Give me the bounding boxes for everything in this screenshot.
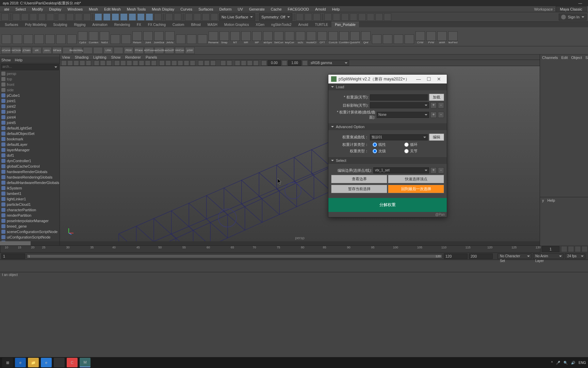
vp-tool-icon[interactable] — [127, 60, 132, 66]
play-back-key-icon[interactable] — [575, 246, 581, 252]
shelf-button[interactable]: ConMirror — [339, 29, 349, 44]
outliner-search-input[interactable]: arch... — [1, 64, 59, 70]
shelf-button[interactable] — [393, 29, 404, 44]
render-icon[interactable] — [185, 13, 193, 21]
shelf-button[interactable]: QuickFK — [350, 29, 360, 44]
layer-menu[interactable]: y — [542, 198, 544, 202]
magnet-icon[interactable] — [211, 13, 218, 21]
decay-dropdown[interactable]: 预设01 — [370, 134, 428, 140]
dialog-section-select[interactable]: Select — [328, 157, 447, 164]
menu-item[interactable]: Mesh — [86, 6, 101, 12]
vp-tool-icon[interactable] — [94, 60, 99, 66]
rotate-tool-icon[interactable] — [103, 13, 111, 21]
shelf-button[interactable]: asGo2B — [154, 47, 164, 54]
vp-tool-icon[interactable] — [114, 60, 120, 66]
shelf-button[interactable] — [382, 29, 393, 44]
tray-search-icon[interactable]: 🔍 — [564, 361, 568, 365]
vp-tool-icon[interactable] — [220, 60, 226, 66]
vp-tool-icon[interactable] — [241, 60, 246, 66]
menu-item[interactable]: Cache — [268, 6, 284, 12]
vp-gamma-field[interactable]: 1.00 — [288, 60, 301, 66]
boundary-dropdown[interactable]: vtx_1_set — [373, 167, 429, 173]
window-minimize[interactable]: — — [575, 1, 585, 5]
outliner-item[interactable]: lambert1 — [0, 191, 60, 196]
vp-tool-icon[interactable] — [86, 60, 91, 66]
shelf-tab[interactable]: MASH — [204, 22, 221, 27]
outliner-item[interactable]: joint1 — [0, 98, 60, 104]
menu-item[interactable]: Generate — [246, 6, 267, 12]
maya-taskbar-icon[interactable]: M — [80, 358, 91, 367]
shelf-button[interactable]: Comten — [88, 29, 99, 44]
snap-tool-icon[interactable] — [120, 13, 128, 21]
outliner-item[interactable]: sceneConfigurationScriptNode — [0, 229, 60, 234]
tray-volume-icon[interactable]: 🔊 — [571, 361, 575, 365]
vp-tool-icon[interactable] — [302, 60, 308, 66]
layer-help-menu[interactable]: Help — [548, 198, 555, 202]
shelf-button[interactable] — [34, 29, 44, 44]
menu-item[interactable]: Deform — [217, 6, 234, 12]
scale-tool-icon[interactable] — [112, 13, 119, 21]
vp-tool-icon[interactable] — [106, 60, 112, 66]
range-end-field[interactable]: 120 — [444, 254, 468, 259]
menu-item[interactable]: Help — [329, 6, 343, 12]
timeline[interactable]: 1015202530354045505560657075808590951001… — [0, 245, 588, 253]
shelf-tab[interactable]: Pan_Portable — [331, 22, 359, 27]
shelf-tab[interactable]: Motion Graphics — [221, 22, 252, 27]
shelf-button[interactable]: Qinf — [361, 29, 371, 44]
app-icon[interactable]: C — [67, 358, 78, 367]
menu-item[interactable]: Curves — [178, 6, 195, 12]
shelf-button[interactable] — [372, 29, 382, 44]
shelf-tab[interactable]: XGen — [252, 22, 268, 27]
view-icon[interactable] — [313, 13, 321, 21]
shelf-button[interactable]: keyCon — [284, 29, 295, 44]
shelf-button[interactable]: Joint — [143, 29, 153, 44]
boundary-remove-button[interactable]: - — [438, 167, 444, 173]
vp-tool-icon[interactable] — [120, 60, 126, 66]
shelf-tab[interactable]: FX — [133, 22, 145, 27]
vp-tool-icon[interactable] — [184, 60, 189, 66]
outliner-item[interactable]: defaultLayer — [0, 142, 60, 147]
paint-tool-icon[interactable] — [75, 13, 82, 21]
history-icon[interactable] — [174, 13, 181, 21]
vp-tool-icon[interactable] — [133, 60, 138, 66]
source-field[interactable] — [370, 94, 428, 101]
vp-tool-icon[interactable] — [227, 60, 232, 66]
undo-icon[interactable] — [38, 13, 46, 21]
outliner-item[interactable]: lightLinker1 — [0, 196, 60, 202]
outliner-item[interactable]: hardwareRenderGlobals — [0, 169, 60, 174]
ie-icon[interactable]: e — [41, 358, 52, 367]
vp-reset-icon[interactable] — [261, 60, 267, 66]
explorer-icon[interactable]: 📁 — [28, 358, 39, 367]
shelf-button[interactable]: reCircle — [12, 47, 21, 54]
range-track[interactable]: 1 120 — [27, 254, 442, 258]
edit-button[interactable]: 编辑 — [429, 134, 444, 141]
vp-tool-icon[interactable] — [151, 60, 157, 66]
shelf-button[interactable]: MP — [252, 29, 262, 44]
shelf-button[interactable] — [197, 29, 208, 44]
view-boundary-button[interactable]: 查看边界 — [331, 175, 387, 183]
tray-chevron-icon[interactable]: ^ — [551, 361, 553, 365]
shelf-button[interactable]: ss2c — [295, 29, 306, 44]
workspace-dropdown[interactable]: Maya Classic — [556, 6, 587, 12]
shelf-tab[interactable]: Custom — [169, 22, 187, 27]
render-icon[interactable] — [194, 13, 201, 21]
play-back-icon[interactable] — [582, 246, 588, 252]
file-save-icon[interactable] — [30, 13, 37, 21]
shelf-tab[interactable]: Rigging — [70, 22, 89, 27]
shelf-button[interactable]: JointScale — [154, 29, 164, 44]
save-selection-button[interactable]: 暂存当前选择 — [331, 185, 387, 193]
viewport-hscroll[interactable] — [60, 241, 540, 245]
dialog-close-button[interactable]: ✕ — [434, 76, 444, 82]
shelf-button[interactable]: PFace — [134, 47, 144, 54]
shelf-button[interactable]: PVW — [426, 29, 436, 44]
outliner-item[interactable]: layerManager — [0, 147, 60, 153]
range-total-field[interactable]: 200 — [469, 254, 493, 259]
outliner-item[interactable]: defaultHardwareRenderGlobals — [0, 180, 60, 185]
vp-lighting-menu[interactable]: Lighting — [93, 55, 107, 59]
radio-sublevel[interactable]: 次级 — [373, 149, 386, 154]
playback-icon[interactable] — [333, 13, 340, 21]
shelf-tab[interactable]: ngSkinTools2 — [268, 22, 295, 27]
shelf-button[interactable]: ADPose — [144, 47, 154, 54]
dialog-titlebar[interactable]: pSplitWeight v2.2（兼容 maya2022+） — ☐ ✕ — [328, 75, 447, 83]
quick-select-button[interactable]: 快速选择顶点 — [388, 175, 444, 183]
